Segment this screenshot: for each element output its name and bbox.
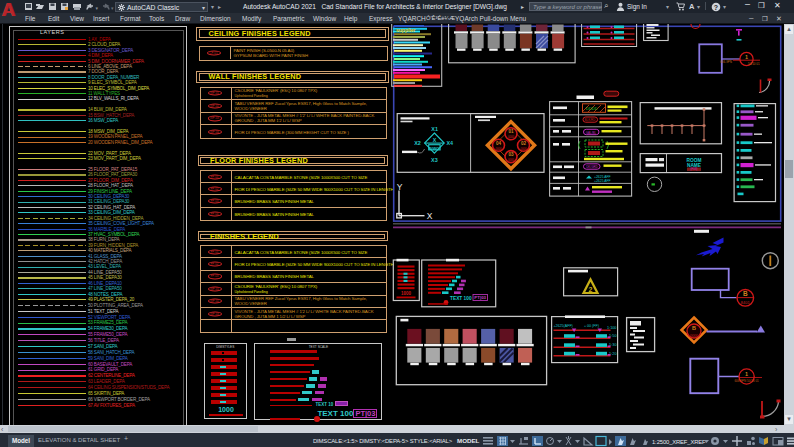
svg-text:X: X <box>433 137 437 143</box>
svg-text:B: B <box>692 325 696 331</box>
svg-text:0000: 0000 <box>508 135 515 139</box>
svg-text:X4: X4 <box>446 140 453 146</box>
svg-text:TEXT 100: TEXT 100 <box>450 296 472 301</box>
svg-text:01: 01 <box>508 129 514 134</box>
svg-text:03: 03 <box>508 152 514 157</box>
svg-text:606-9PN: 606-9PN <box>720 60 732 64</box>
svg-text:1000: 1000 <box>401 291 412 296</box>
svg-text:+2625 AFF: +2625 AFF <box>594 179 611 183</box>
svg-text:606-9PN 50/10 01: 606-9PN 50/10 01 <box>734 379 759 383</box>
svg-text:0000: 0000 <box>495 147 502 151</box>
svg-text:DWG: DWG <box>429 146 440 151</box>
svg-text:02: 02 <box>521 141 527 146</box>
svg-text:▾: ▾ <box>111 5 114 11</box>
svg-text:0000: 0000 <box>690 334 698 338</box>
svg-text:X1: X1 <box>431 126 438 132</box>
svg-text:04: 04 <box>496 141 502 146</box>
svg-text:▾: ▾ <box>96 5 99 11</box>
svg-text:+ 00 (FF): + 00 (FF) <box>584 324 599 328</box>
svg-text:(F08): (F08) <box>690 167 697 171</box>
svg-text:0000: 0000 <box>520 147 527 151</box>
svg-text:GAL/BL: GAL/BL <box>586 131 597 135</box>
svg-text:PT|03: PT|03 <box>474 295 486 300</box>
svg-text:BLK/RD: BLK/RD <box>585 118 597 122</box>
svg-text:+2625(AFF): +2625(AFF) <box>554 324 573 328</box>
svg-text:1: 1 <box>745 54 748 60</box>
svg-text:50/10 01: 50/10 01 <box>748 62 760 66</box>
svg-text:?: ? <box>714 3 718 10</box>
svg-text:X: X <box>427 211 433 221</box>
svg-text:B: B <box>743 290 748 297</box>
svg-text:8401: 8401 <box>741 300 751 305</box>
svg-text:0000: 0000 <box>508 158 515 162</box>
svg-text:1:100: 1:100 <box>607 326 617 330</box>
svg-text:Y: Y <box>397 182 403 192</box>
svg-text:1:2500_XREF_XREF: 1:2500_XREF_XREF <box>652 439 706 445</box>
svg-text:2: 2 <box>589 286 593 293</box>
svg-text:X2: X2 <box>414 140 421 146</box>
svg-text:DK/GRD: DK/GRD <box>586 165 599 169</box>
svg-text:1: 1 <box>745 371 748 377</box>
svg-text:X3: X3 <box>431 157 438 163</box>
svg-text:supplier: supplier <box>396 27 416 33</box>
svg-text:DDDD: DDDD <box>586 106 598 111</box>
